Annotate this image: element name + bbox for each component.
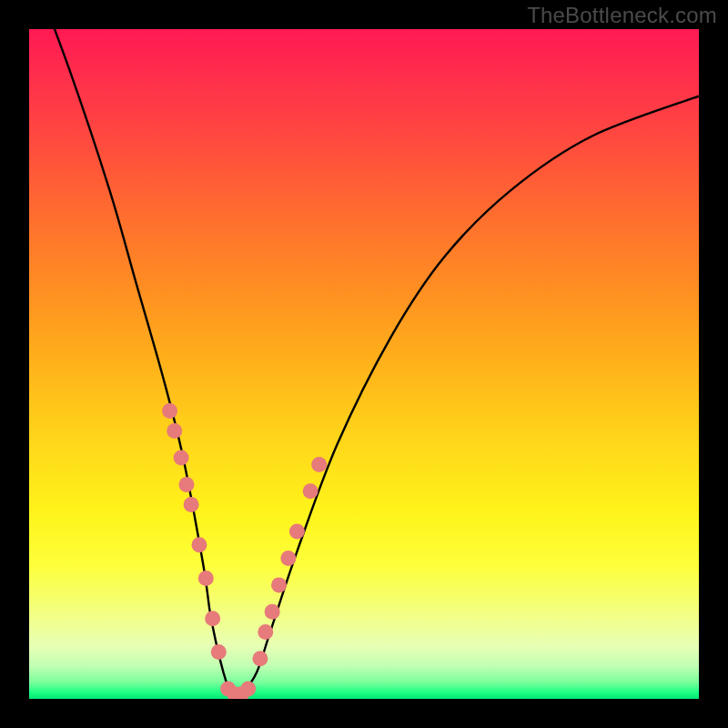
data-dot — [167, 423, 182, 439]
data-dot — [289, 524, 305, 540]
data-dot — [240, 681, 256, 696]
data-dot — [198, 571, 214, 586]
bottleneck-chart: TheBottleneck.com — [0, 0, 728, 728]
data-dot — [184, 497, 199, 512]
data-dot — [174, 450, 189, 466]
watermark-text: TheBottleneck.com — [527, 3, 717, 28]
data-dot — [178, 477, 194, 492]
data-dot — [191, 537, 207, 552]
data-dot — [265, 604, 280, 620]
data-dot — [211, 644, 227, 660]
data-dot — [311, 457, 327, 472]
curve-layer — [29, 29, 699, 699]
data-dots — [162, 403, 327, 699]
bottleneck-curve — [29, 29, 699, 695]
data-dot — [205, 611, 220, 626]
data-dot — [258, 624, 273, 640]
plot-area — [29, 29, 699, 699]
data-dot — [280, 551, 296, 566]
data-dot — [271, 577, 287, 592]
data-dot — [252, 651, 268, 666]
data-dot — [303, 483, 318, 499]
curve-line — [29, 29, 699, 695]
data-dot — [162, 403, 177, 419]
